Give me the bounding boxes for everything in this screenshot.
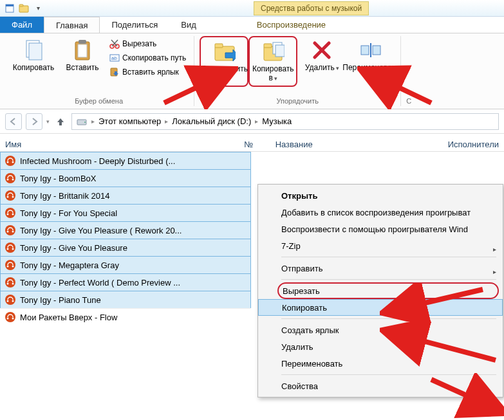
menu-item-properties[interactable]: Свойства bbox=[258, 378, 503, 394]
column-header-name[interactable]: Имя bbox=[0, 140, 239, 149]
nav-history-dropdown[interactable]: ▾ bbox=[46, 118, 50, 125]
delete-label: Удалить bbox=[305, 63, 339, 72]
svg-rect-21 bbox=[275, 45, 285, 57]
svg-rect-3 bbox=[19, 5, 23, 6]
svg-rect-7 bbox=[78, 44, 87, 57]
new-folder-qat-icon[interactable] bbox=[18, 3, 30, 14]
svg-point-55 bbox=[12, 300, 14, 302]
breadcrumb-sep-icon[interactable]: ▸ bbox=[91, 118, 95, 125]
copy-icon bbox=[22, 39, 45, 62]
copy-to-button[interactable]: Копировать в bbox=[248, 36, 297, 87]
copy-to-icon bbox=[261, 40, 285, 63]
file-name: Tony Igy - Piano Tune bbox=[20, 295, 101, 305]
move-to-button[interactable]: Переместить в bbox=[200, 36, 248, 87]
svg-point-31 bbox=[12, 161, 14, 163]
delete-icon bbox=[310, 39, 333, 62]
menu-item-open[interactable]: Открыть bbox=[258, 187, 503, 204]
svg-point-38 bbox=[5, 208, 15, 218]
nav-forward-button[interactable] bbox=[26, 113, 42, 130]
file-row[interactable]: Tony Igy - Brittanik 2014 bbox=[0, 187, 251, 205]
menu-item-delete[interactable]: Удалить bbox=[258, 338, 503, 355]
file-row[interactable]: Tony Igy - Give You Pleasure ( Rework 20… bbox=[0, 221, 251, 239]
tab-file[interactable]: Файл bbox=[0, 17, 44, 33]
titlebar: ▾ Средства работы с музыкой bbox=[0, 0, 504, 17]
address-bar[interactable]: ▸ Этот компьютер ▸ Локальный диск (D:) ▸… bbox=[71, 113, 499, 130]
svg-point-35 bbox=[5, 190, 15, 201]
nav-back-button[interactable] bbox=[5, 113, 22, 130]
drive-icon bbox=[76, 116, 88, 127]
move-to-label: Переместить в bbox=[201, 64, 248, 83]
svg-point-29 bbox=[5, 156, 15, 166]
file-name: Tony Igy - BoomBoX bbox=[20, 174, 97, 183]
cut-button[interactable]: Вырезать bbox=[107, 37, 189, 50]
svg-point-44 bbox=[5, 242, 15, 253]
crumb-drive[interactable]: Локальный диск (D:) bbox=[172, 116, 251, 126]
column-header-title[interactable]: Название bbox=[270, 140, 443, 149]
file-row[interactable]: Tony Igy - Give You Pleasure bbox=[0, 239, 251, 257]
copy-to-label: Копировать в bbox=[251, 64, 295, 83]
file-row[interactable]: Infected Mushroom - Deeply Disturbed (..… bbox=[0, 152, 251, 170]
svg-point-53 bbox=[5, 295, 15, 305]
crumb-folder[interactable]: Музыка bbox=[262, 116, 292, 126]
audio-file-icon bbox=[5, 190, 16, 201]
menu-item-play-with[interactable]: Воспроизвести с помощью проигрывателя Wi… bbox=[258, 221, 503, 237]
paste-shortcut-icon bbox=[109, 67, 120, 77]
file-row[interactable]: Tony Igy - BoomBoX bbox=[0, 169, 251, 187]
crumb-this-pc[interactable]: Этот компьютер bbox=[98, 116, 161, 126]
tab-home[interactable]: Главная bbox=[44, 17, 100, 33]
svg-point-41 bbox=[5, 225, 15, 235]
svg-rect-19 bbox=[264, 44, 272, 48]
column-header-number[interactable]: № bbox=[239, 140, 270, 149]
file-row[interactable]: Tony Igy - Piano Tune bbox=[0, 291, 251, 309]
file-name: Мои Ракеты Вверх - Flow bbox=[20, 313, 117, 322]
nav-up-button[interactable] bbox=[53, 114, 68, 129]
arrow-right-icon bbox=[30, 117, 39, 126]
column-header-artist[interactable]: Исполнители bbox=[443, 140, 504, 149]
tab-play[interactable]: Воспроизведение bbox=[245, 17, 337, 33]
ribbon: Копировать Вставить Вырезать ab bbox=[0, 33, 504, 109]
svg-point-58 bbox=[12, 318, 14, 320]
file-row[interactable]: Tony Igy - Perfect World ( Demo Preview … bbox=[0, 273, 251, 291]
menu-item-cut[interactable]: Вырезать bbox=[277, 282, 499, 299]
file-row[interactable]: Tony Igy - Megaptera Gray bbox=[0, 256, 251, 274]
menu-separator bbox=[281, 257, 496, 257]
menu-item-create-shortcut[interactable]: Создать ярлык bbox=[258, 322, 503, 338]
audio-file-icon bbox=[5, 224, 16, 236]
svg-point-54 bbox=[7, 300, 9, 302]
copy-path-label: Скопировать путь bbox=[122, 53, 186, 62]
menu-item-rename[interactable]: Переименовать bbox=[258, 355, 503, 372]
file-row[interactable]: Tony Igy - For You Special bbox=[0, 204, 251, 222]
ribbon-group-new: С bbox=[401, 36, 416, 106]
menu-separator bbox=[281, 318, 496, 319]
paste-shortcut-button[interactable]: Вставить ярлык bbox=[107, 66, 189, 78]
svg-point-57 bbox=[7, 318, 9, 320]
file-row[interactable]: Мои Ракеты Вверх - Flow bbox=[0, 308, 251, 326]
breadcrumb-sep-icon[interactable]: ▸ bbox=[165, 118, 168, 125]
audio-file-icon bbox=[5, 259, 16, 271]
properties-qat-icon[interactable] bbox=[4, 3, 15, 14]
menu-item-7zip[interactable]: 7-Zip bbox=[258, 237, 503, 254]
qat-dropdown-icon[interactable]: ▾ bbox=[32, 3, 44, 14]
copy-button[interactable]: Копировать bbox=[9, 36, 58, 75]
tab-share[interactable]: Поделиться bbox=[100, 17, 169, 33]
quick-access-toolbar: ▾ bbox=[0, 3, 48, 14]
cut-label: Вырезать bbox=[122, 39, 156, 48]
menu-item-send-to[interactable]: Отправить bbox=[258, 260, 503, 277]
menu-item-copy[interactable]: Копировать bbox=[258, 299, 503, 316]
svg-rect-8 bbox=[79, 40, 86, 44]
menu-item-add-to-playlist[interactable]: Добавить в список воспроизведения проигр… bbox=[258, 204, 503, 221]
paste-button[interactable]: Вставить bbox=[58, 36, 107, 75]
audio-file-icon bbox=[5, 294, 16, 306]
column-headers: Имя № Название Исполнители bbox=[0, 134, 504, 152]
breadcrumb-sep-icon[interactable]: ▸ bbox=[255, 118, 258, 125]
copy-path-button[interactable]: ab Скопировать путь bbox=[107, 51, 189, 64]
rename-button[interactable]: Переименовать bbox=[346, 36, 395, 75]
delete-button[interactable]: Удалить bbox=[297, 36, 346, 75]
file-name: Tony Igy - Give You Pleasure bbox=[20, 243, 127, 253]
ribbon-tabstrip: Файл Главная Поделиться Вид Воспроизведе… bbox=[0, 17, 504, 33]
menu-separator bbox=[281, 279, 496, 280]
copy-path-icon: ab bbox=[109, 53, 120, 63]
file-name: Tony Igy - Give You Pleasure ( Rework 20… bbox=[20, 226, 182, 235]
scissors-icon bbox=[109, 39, 120, 49]
tab-view[interactable]: Вид bbox=[169, 17, 208, 33]
